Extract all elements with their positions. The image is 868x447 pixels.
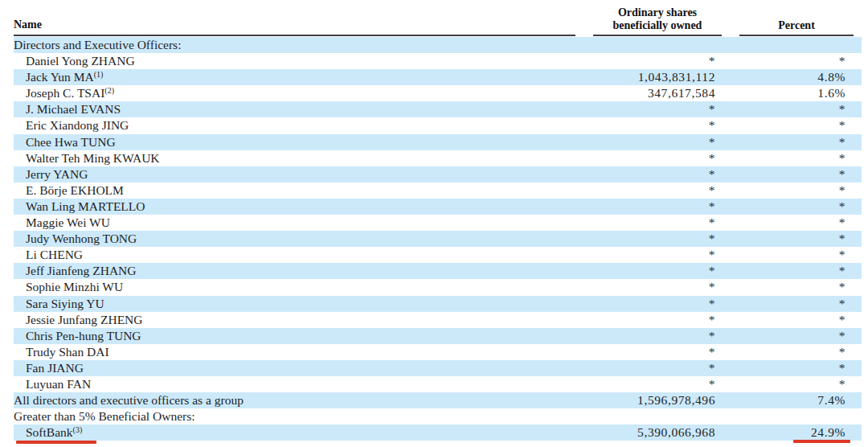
name-cell: J. Michael EVANS [14, 101, 576, 117]
column-header-percent: Percent [739, 0, 854, 36]
table-row: E. Börje EKHOLM * * [14, 182, 862, 199]
name-cell: E. Börje EKHOLM [14, 182, 576, 199]
table-row: Trudy Shan DAI * * [14, 344, 862, 360]
shares-cell: 5,390,066,968 [576, 424, 722, 441]
table-row: Jessie Junfang ZHENG * * [14, 312, 862, 328]
shares-cell: * [576, 360, 722, 376]
owner-name: Greater than 5% Beneficial Owners: [14, 409, 195, 423]
percent-header-label: Percent [778, 19, 815, 32]
table-row: Joseph C. TSAI(2) 347,617,584 1.6% [14, 85, 862, 101]
table-row: Fan JIANG * * [14, 360, 862, 376]
shares-cell: * [576, 247, 722, 263]
percent-cell: 1.6% [722, 85, 862, 101]
percent-cell: * [722, 360, 862, 376]
shares-cell: * [576, 134, 722, 150]
percent-cell: * [722, 296, 862, 312]
shares-cell: * [576, 328, 722, 344]
percent-cell: 24.9% [722, 424, 862, 441]
percent-cell: 7.4% [722, 392, 862, 408]
shares-cell: 347,617,584 [576, 85, 722, 101]
percent-cell: * [722, 279, 862, 295]
table-row: Eric Xiandong JING * * [14, 117, 862, 133]
owner-name: Luyuan FAN [26, 377, 91, 391]
shares-cell: * [576, 166, 722, 182]
percent-cell [722, 408, 862, 424]
percent-cell: * [722, 215, 862, 231]
owner-name: Sara Siying YU [26, 297, 104, 310]
percent-cell: * [722, 101, 862, 117]
name-cell: Directors and Executive Officers: [14, 37, 576, 53]
table-row: Jerry YANG * * [14, 166, 862, 182]
shares-cell: 1,596,978,496 [576, 392, 722, 408]
name-cell: Jeff Jianfeng ZHANG [14, 263, 576, 279]
shares-cell: * [576, 312, 722, 328]
footnote-superscript: (1) [94, 70, 104, 79]
name-cell: Jack Yun MA(1) [14, 69, 576, 85]
shares-cell: * [576, 101, 722, 117]
shares-cell: * [576, 344, 722, 360]
name-cell: Eric Xiandong JING [14, 117, 576, 133]
owner-name: Daniel Yong ZHANG [26, 54, 135, 68]
percent-cell: * [722, 134, 862, 150]
percent-cell: * [722, 231, 862, 247]
owner-name: Jerry YANG [26, 167, 88, 181]
name-cell: Fan JIANG [14, 360, 576, 376]
owner-name: Jessie Junfang ZHENG [26, 313, 143, 326]
percent-cell: * [722, 312, 862, 328]
percent-cell: * [722, 328, 862, 344]
percent-cell: * [722, 117, 862, 133]
owner-name: Li CHENG [26, 248, 83, 261]
table-row: Li CHENG * * [14, 247, 862, 263]
shares-cell: * [576, 263, 722, 279]
name-cell: Li CHENG [14, 247, 576, 263]
name-cell: Walter Teh Ming KWAUK [14, 150, 576, 166]
percent-cell: * [722, 150, 862, 166]
shares-cell: * [576, 279, 722, 295]
shares-cell: * [576, 199, 722, 215]
table-row: Maggie Wei WU * * [14, 215, 862, 231]
table-row: Chee Hwa TUNG * * [14, 134, 862, 150]
percent-cell: * [722, 166, 862, 182]
shares-header-line2: beneficially owned [593, 19, 722, 32]
name-cell: Wan Ling MARTELLO [14, 199, 576, 215]
shares-cell: * [576, 53, 722, 69]
name-cell: Greater than 5% Beneficial Owners: [14, 408, 576, 424]
table-row: All directors and executive officers as … [14, 392, 862, 408]
owner-name: Jeff Jianfeng ZHANG [26, 264, 136, 277]
shares-cell: * [576, 215, 722, 231]
table-row: Daniel Yong ZHANG * * [14, 53, 862, 69]
percent-cell: * [722, 53, 862, 69]
percent-cell: * [722, 182, 862, 199]
softbank-red-underline-annotation [16, 441, 96, 444]
name-cell: All directors and executive officers as … [14, 392, 576, 408]
footnote-superscript: (3) [73, 425, 83, 434]
table-row: Wan Ling MARTELLO * * [14, 199, 862, 215]
name-cell: Joseph C. TSAI(2) [14, 85, 576, 101]
name-cell: SoftBank(3) [14, 424, 576, 441]
table-row: Chris Pen-hung TUNG * * [14, 328, 862, 344]
shares-cell: * [576, 182, 722, 199]
owner-name: Jack Yun MA [26, 70, 94, 84]
owner-name: SoftBank [26, 425, 73, 439]
name-cell: Jerry YANG [14, 166, 576, 182]
percent-cell: * [722, 263, 862, 279]
shares-cell [576, 408, 722, 424]
owner-name: Joseph C. TSAI [26, 86, 104, 100]
percent-cell: * [722, 376, 862, 392]
table-row: Greater than 5% Beneficial Owners: [14, 408, 862, 424]
name-cell: Luyuan FAN [14, 376, 576, 392]
owner-name: Directors and Executive Officers: [14, 38, 181, 51]
owner-name: Fan JIANG [26, 361, 84, 375]
name-cell: Chris Pen-hung TUNG [14, 328, 576, 344]
name-cell: Jessie Junfang ZHENG [14, 312, 576, 328]
owner-name: Chris Pen-hung TUNG [26, 329, 141, 342]
owner-name: Chee Hwa TUNG [26, 135, 116, 149]
table-row: J. Michael EVANS * * [14, 101, 862, 117]
shares-cell: * [576, 231, 722, 247]
footnote-superscript: (2) [104, 86, 114, 95]
table-row: Jack Yun MA(1) 1,043,831,112 4.8% [14, 69, 862, 85]
owner-name: Trudy Shan DAI [26, 345, 109, 359]
name-cell: Judy Wenhong TONG [14, 231, 576, 247]
column-header-shares: Ordinary shares beneficially owned [593, 0, 722, 36]
owner-name: Maggie Wei WU [26, 215, 110, 229]
